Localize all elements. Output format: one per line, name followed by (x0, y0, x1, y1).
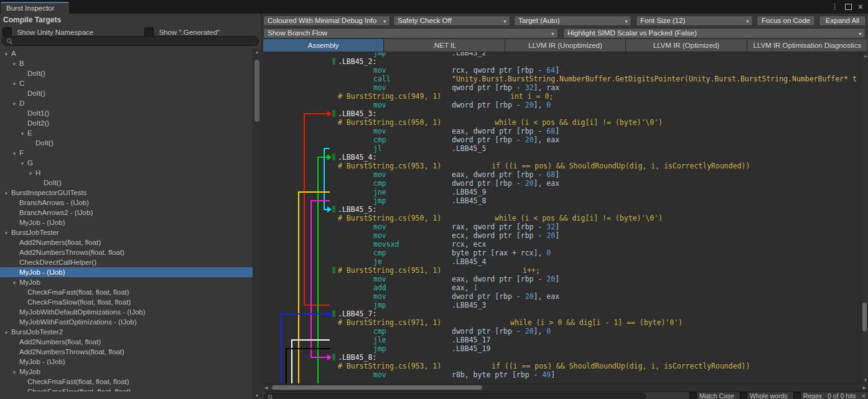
code-line: # BurstString.cs(951, 1)i++; (263, 266, 861, 275)
tree-scrollbar[interactable]: ▲ ▼ (253, 48, 261, 399)
foldout-icon[interactable]: ▼ (12, 99, 19, 109)
kebab-menu-icon[interactable]: ⋮ (831, 1, 839, 12)
foldout-icon[interactable]: ▼ (20, 129, 27, 139)
expand-all-button[interactable]: Expand All (819, 16, 866, 26)
focus-on-code-button[interactable]: Focus on Code (757, 16, 815, 26)
tree-item-burstinspectorguitests[interactable]: ▼BurstInspectorGUITests (0, 188, 253, 198)
code-line: .LBB45_2: (263, 57, 861, 66)
tree-item-doit[interactable]: DoIt() (0, 138, 253, 148)
tab-llvm-ir-optimisation-diagnostics[interactable]: LLVM IR Optimisation Diagnostics (747, 39, 868, 52)
tree-item-doit[interactable]: DoIt() (0, 178, 253, 188)
tree-item-add2numbersthrows-float-float[interactable]: Add2NumbersThrows(float, float) (0, 347, 253, 357)
scroll-down-icon[interactable]: ▼ (862, 378, 868, 382)
tree-item-myjobwithdefaultoptimizations-ijob[interactable]: MyJobWithDefaultOptimizations - (IJob) (0, 307, 253, 317)
code-line: movrax, qword ptr [rbp - 32] (263, 222, 861, 231)
tree-item-f[interactable]: ▼F (0, 148, 253, 158)
code-line: moveax, dword ptr [rbp - 68] (263, 170, 861, 179)
tree-item-myjobwithfastoptimizations-ijob[interactable]: MyJobWithFastOptimizations - (IJob) (0, 317, 253, 327)
branch-flow-dropdown[interactable]: Show Branch Flow▼ (263, 28, 558, 39)
foldout-icon[interactable]: ▼ (12, 60, 19, 70)
tab-assembly[interactable]: Assembly (263, 39, 384, 52)
simd-highlight-dropdown[interactable]: Highlight SIMD Scalar vs Packed (False)▼ (563, 28, 866, 39)
tab-llvm-ir-unoptimized[interactable]: LLVM IR (Unoptimized) (505, 39, 626, 52)
tree-item-c[interactable]: ▼C (0, 78, 253, 88)
scroll-left-icon[interactable]: ◀ (264, 385, 268, 390)
code-line: # BurstString.cs(971, 1)while (i > 0 && … (263, 318, 861, 327)
foldout-icon[interactable]: ▼ (12, 80, 19, 89)
font-size-dropdown[interactable]: Font Size (12)▼ (636, 16, 753, 26)
tab-llvm-ir-optimized[interactable]: LLVM IR (Optimized) (626, 39, 747, 52)
match-case-checkbox[interactable] (689, 392, 697, 399)
close-search-icon[interactable]: × (862, 392, 866, 399)
tree-item-doit[interactable]: DoIt() (0, 68, 253, 78)
foldout-icon[interactable]: ▼ (4, 328, 11, 338)
find-input[interactable] (264, 393, 646, 399)
tree-item-e[interactable]: ▼E (0, 128, 253, 138)
compile-targets-tree[interactable]: ▼A▼BDoIt()▼CDoIt()▼DDoIt1()DoIt2()▼EDoIt… (0, 48, 253, 392)
tree-item-myjob-ijob[interactable]: MyJob - (IJob) (0, 218, 253, 227)
tree-item-checkfmaslow-float-float-float[interactable]: CheckFmaSlow(float, float, float) (0, 297, 253, 307)
tree-item-checkfmafast-float-float-float[interactable]: CheckFmaFast(float, float, float) (0, 287, 253, 297)
foldout-icon[interactable]: ▼ (4, 189, 11, 199)
window-chrome: ⋮ × (831, 1, 863, 12)
tree-item-b[interactable]: ▼B (0, 58, 253, 68)
tree-item-add2numbers-float-float[interactable]: Add2Numbers(float, float) (0, 337, 253, 347)
tree-item-checkfmaslow-float-float-float[interactable]: CheckFmaSlow(float, float, float) (0, 387, 253, 392)
font-size-dropdown-label: Font Size (12) (640, 17, 685, 24)
code-horizontal-scrollbar[interactable]: ◀ ▶ (263, 383, 868, 392)
find-option-regex[interactable]: Regex (793, 392, 822, 399)
targets-search-input[interactable] (2, 36, 259, 46)
tree-item-a[interactable]: ▼A (0, 48, 253, 58)
tab-net-il[interactable]: .NET IL (384, 39, 505, 52)
window-tab-burst-inspector[interactable]: Burst Inspector (1, 2, 69, 14)
whole-words-checkbox[interactable] (740, 392, 747, 399)
tree-scrollbar-thumb[interactable] (254, 60, 259, 122)
foldout-icon[interactable]: ▼ (12, 278, 19, 288)
tree-item-myjob[interactable]: ▼MyJob (0, 367, 253, 377)
tree-item-doit2[interactable]: DoIt2() (0, 118, 253, 128)
regex-checkbox[interactable] (793, 392, 801, 399)
find-option-match-case[interactable]: Match Case (689, 392, 734, 399)
tree-item-doit1[interactable]: DoIt1() (0, 108, 253, 118)
tree-item-burstjobtester[interactable]: ▼BurstJobTester (0, 227, 253, 237)
code-hscroll-thumb[interactable] (272, 385, 482, 390)
close-icon[interactable]: × (858, 1, 863, 12)
foldout-icon[interactable]: ▼ (4, 50, 11, 60)
code-vertical-scrollbar[interactable]: ▲ ▼ (861, 52, 868, 383)
target-dropdown[interactable]: Target (Auto)▼ (514, 16, 632, 26)
scroll-up-icon[interactable]: ▲ (862, 53, 868, 58)
tree-item-g[interactable]: ▼G (0, 158, 253, 168)
scroll-right-icon[interactable]: ▶ (863, 385, 866, 390)
tree-item-doit[interactable]: DoIt() (0, 88, 253, 98)
tree-item-brancharrows-ijob[interactable]: BranchArrows - (IJob) (0, 198, 253, 208)
foldout-icon[interactable]: ▼ (28, 169, 35, 179)
scroll-up-icon[interactable]: ▲ (253, 50, 261, 54)
debug-info-dropdown[interactable]: Coloured With Minimal Debug Info▼ (263, 16, 390, 26)
tree-item-checkfmafast-float-float-float[interactable]: CheckFmaFast(float, float, float) (0, 377, 253, 387)
assembly-code-view[interactable]: jmp.LBB45_2.LBB45_2:movrcx, qword ptr [r… (263, 52, 861, 383)
tree-item-burstjobtester2[interactable]: ▼BurstJobTester2 (0, 327, 253, 337)
foldout-icon[interactable]: ▼ (12, 368, 19, 378)
tree-item-add2numbers-float-float[interactable]: Add2Numbers(float, float) (0, 237, 253, 247)
tree-item-myjob-ijob[interactable]: MyJob - (IJob) (0, 357, 253, 367)
code-line: cmpdword ptr [rbp - 20], eax (263, 135, 861, 144)
tree-item-label: DoIt() (27, 89, 45, 97)
foldout-icon[interactable]: ▼ (20, 159, 27, 169)
tree-item-myjob[interactable]: ▼MyJob (0, 277, 253, 287)
code-line: movsxdrcx, ecx (263, 240, 861, 249)
safety-check-dropdown[interactable]: Safety Check Off▼ (393, 16, 510, 26)
foldout-icon[interactable]: ▼ (4, 229, 11, 239)
tree-item-h[interactable]: ▼H (0, 168, 253, 178)
code-vscroll-thumb[interactable] (862, 303, 867, 331)
code-line: cmpbyte ptr [rax + rcx], 0 (263, 249, 861, 257)
tree-item-d[interactable]: ▼D (0, 98, 253, 108)
tree-item-myjob-ijob[interactable]: MyJob - (IJob) (0, 267, 253, 277)
maximize-icon[interactable] (845, 4, 852, 10)
foldout-icon[interactable]: ▼ (12, 149, 19, 159)
tree-item-add2numbersthrows-float-float[interactable]: Add2NumbersThrows(float, float) (0, 247, 253, 257)
scroll-down-icon[interactable]: ▼ (253, 393, 261, 398)
tree-item-checkdirectcallhelper[interactable]: CheckDirectCallHelper() (0, 257, 253, 267)
code-line: .LBB45_4: (263, 153, 861, 162)
find-option-whole-words[interactable]: Whole words (740, 392, 788, 399)
tree-item-brancharrows2-ijob[interactable]: BranchArrows2 - (IJob) (0, 208, 253, 218)
